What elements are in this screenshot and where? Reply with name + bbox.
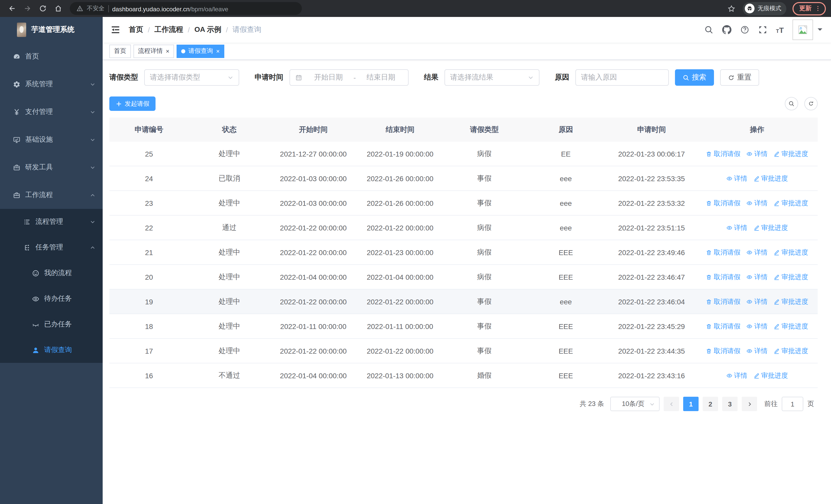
view-eye-icon <box>747 151 753 157</box>
close-icon[interactable]: × <box>166 48 169 54</box>
close-icon[interactable]: × <box>216 48 220 54</box>
sidebar-item-system[interactable]: 系统管理 <box>0 70 103 98</box>
sidebar-item-infra[interactable]: 基础设施 <box>0 126 103 153</box>
trash-icon <box>706 200 712 206</box>
search-button[interactable]: 搜索 <box>675 69 714 86</box>
progress-leave-link[interactable]: 审批进度 <box>774 346 808 355</box>
detail-leave-link[interactable]: 详情 <box>747 198 768 208</box>
prev-page-button[interactable] <box>664 397 679 411</box>
sidebar-item-label: 首页 <box>25 52 95 61</box>
bookmark-star-icon[interactable] <box>727 4 736 12</box>
sidebar-item-label: 任务管理 <box>35 243 90 252</box>
result-select[interactable]: 请选择流结果 <box>445 69 540 86</box>
browser-reload-button[interactable] <box>36 2 49 15</box>
cancel-leave-link[interactable]: 取消请假 <box>706 272 740 281</box>
app-logo[interactable]: 芋道管理系统 <box>0 17 103 42</box>
breadcrumb-item[interactable]: 首页 <box>129 25 143 34</box>
cancel-leave-link[interactable]: 取消请假 <box>706 149 740 158</box>
url-bar[interactable]: 不安全 dashboard.yudao.iocoder.cn/bpm/oa/le… <box>70 2 302 15</box>
sidebar-item-my-process[interactable]: 我的流程 <box>0 260 103 286</box>
help-icon[interactable] <box>740 25 749 34</box>
breadcrumb-item: 请假查询 <box>232 25 261 34</box>
hide-search-button[interactable] <box>785 97 798 110</box>
broken-image-icon <box>797 24 808 35</box>
cell-type: 病假 <box>444 149 525 158</box>
action-label: 审批进度 <box>781 149 808 158</box>
browser-update-button[interactable]: 更新 <box>793 2 826 15</box>
apply-time-range-picker[interactable]: 开始日期 - 结束日期 <box>289 69 408 86</box>
progress-leave-link[interactable]: 审批进度 <box>774 149 808 158</box>
cancel-leave-link[interactable]: 取消请假 <box>706 322 740 331</box>
create-leave-button[interactable]: 发起请假 <box>109 96 155 111</box>
refresh-table-button[interactable] <box>804 97 818 110</box>
progress-leave-link[interactable]: 审批进度 <box>753 371 788 380</box>
progress-leave-link[interactable]: 审批进度 <box>753 223 788 232</box>
chevron-down-icon[interactable] <box>817 28 823 32</box>
fullscreen-icon[interactable] <box>758 25 767 34</box>
sidebar-item-process-mgmt[interactable]: 流程管理 <box>0 209 103 235</box>
plus-icon <box>115 100 122 107</box>
page-button-1[interactable]: 1 <box>683 397 698 411</box>
detail-leave-link[interactable]: 详情 <box>726 223 747 232</box>
font-size-icon[interactable]: TT <box>776 26 784 34</box>
page-button-2[interactable]: 2 <box>703 397 718 411</box>
sidebar-item-workflow[interactable]: 工作流程 <box>0 181 103 209</box>
cancel-leave-link[interactable]: 取消请假 <box>706 297 740 306</box>
sidebar-item-todo-tasks[interactable]: 待办任务 <box>0 286 103 312</box>
avatar[interactable] <box>793 20 813 40</box>
cell-status: 处理中 <box>189 346 270 355</box>
progress-leave-link[interactable]: 审批进度 <box>774 248 808 257</box>
cancel-leave-link[interactable]: 取消请假 <box>706 198 740 208</box>
detail-leave-link[interactable]: 详情 <box>726 371 747 380</box>
action-label: 审批进度 <box>781 322 808 331</box>
sidebar-item-payment[interactable]: 支付管理 <box>0 98 103 126</box>
breadcrumb-item[interactable]: OA 示例 <box>195 25 222 34</box>
page-size-select[interactable]: 10条/页 <box>610 397 660 411</box>
progress-leave-link[interactable]: 审批进度 <box>774 297 808 306</box>
chevron-down-icon <box>227 75 233 81</box>
browser-back-button[interactable] <box>5 2 19 15</box>
cell-start: 2022-01-11 00:00:00 <box>270 322 356 330</box>
browser-home-button[interactable] <box>51 2 65 15</box>
sidebar-item-leave-query[interactable]: 请假查询 <box>0 337 103 363</box>
browser-forward-button[interactable] <box>21 2 34 15</box>
page-button-3[interactable]: 3 <box>722 397 738 411</box>
progress-leave-link[interactable]: 审批进度 <box>774 198 808 208</box>
next-page-button[interactable] <box>742 397 757 411</box>
sidebar-item-home[interactable]: 首页 <box>0 42 103 70</box>
tab-流程详情[interactable]: 流程详情× <box>134 45 174 58</box>
leave-type-select[interactable]: 请选择请假类型 <box>144 69 239 86</box>
sidebar-item-devtools[interactable]: 研发工具 <box>0 153 103 181</box>
detail-leave-link[interactable]: 详情 <box>747 272 768 281</box>
tab-请假查询[interactable]: 请假查询× <box>177 45 224 58</box>
detail-leave-link[interactable]: 详情 <box>747 248 768 257</box>
navbar: 首页/工作流程/OA 示例/请假查询 TT <box>103 17 831 42</box>
progress-leave-link[interactable]: 审批进度 <box>774 272 808 281</box>
detail-leave-link[interactable]: 详情 <box>747 346 768 355</box>
tab-首页[interactable]: 首页 <box>109 45 131 58</box>
github-icon[interactable] <box>722 25 731 34</box>
detail-leave-link[interactable]: 详情 <box>747 149 768 158</box>
browser-menu-icon[interactable] <box>814 5 821 12</box>
sidebar-item-done-tasks[interactable]: 已办任务 <box>0 312 103 337</box>
incognito-badge: 无痕模式 <box>743 2 786 15</box>
goto-label: 前往 <box>764 399 778 409</box>
detail-leave-link[interactable]: 详情 <box>747 297 768 306</box>
cancel-leave-link[interactable]: 取消请假 <box>706 248 740 257</box>
progress-leave-link[interactable]: 审批进度 <box>753 174 788 183</box>
breadcrumb-item[interactable]: 工作流程 <box>154 25 183 34</box>
reset-button[interactable]: 重置 <box>720 69 759 86</box>
sidebar-collapse-icon[interactable] <box>110 25 121 35</box>
detail-leave-link[interactable]: 详情 <box>747 322 768 331</box>
sidebar-item-task-mgmt[interactable]: 任务管理 <box>0 235 103 260</box>
goto-page-input[interactable] <box>782 397 803 411</box>
progress-leave-link[interactable]: 审批进度 <box>774 322 808 331</box>
detail-leave-link[interactable]: 详情 <box>726 174 747 183</box>
trash-icon <box>706 298 712 305</box>
cell-type: 事假 <box>444 322 525 331</box>
cancel-leave-link[interactable]: 取消请假 <box>706 346 740 355</box>
cell-reason: eee <box>525 199 606 207</box>
reason-input[interactable]: 请输入原因 <box>575 69 669 86</box>
search-icon[interactable] <box>704 25 713 34</box>
breadcrumb-separator: / <box>226 26 228 34</box>
